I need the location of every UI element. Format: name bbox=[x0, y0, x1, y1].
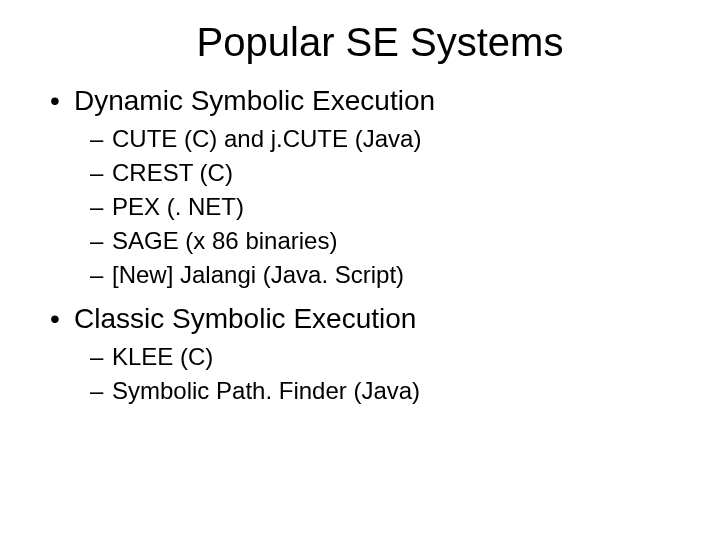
section-heading: Classic Symbolic Execution bbox=[50, 303, 690, 335]
list-item: PEX (. NET) bbox=[90, 193, 690, 221]
list-item: SAGE (x 86 binaries) bbox=[90, 227, 690, 255]
list-item: [New] Jalangi (Java. Script) bbox=[90, 261, 690, 289]
section-heading: Dynamic Symbolic Execution bbox=[50, 85, 690, 117]
list-item: KLEE (C) bbox=[90, 343, 690, 371]
list-item: CREST (C) bbox=[90, 159, 690, 187]
list-item: Symbolic Path. Finder (Java) bbox=[90, 377, 690, 405]
slide-title: Popular SE Systems bbox=[70, 20, 690, 65]
list-item: CUTE (C) and j.CUTE (Java) bbox=[90, 125, 690, 153]
